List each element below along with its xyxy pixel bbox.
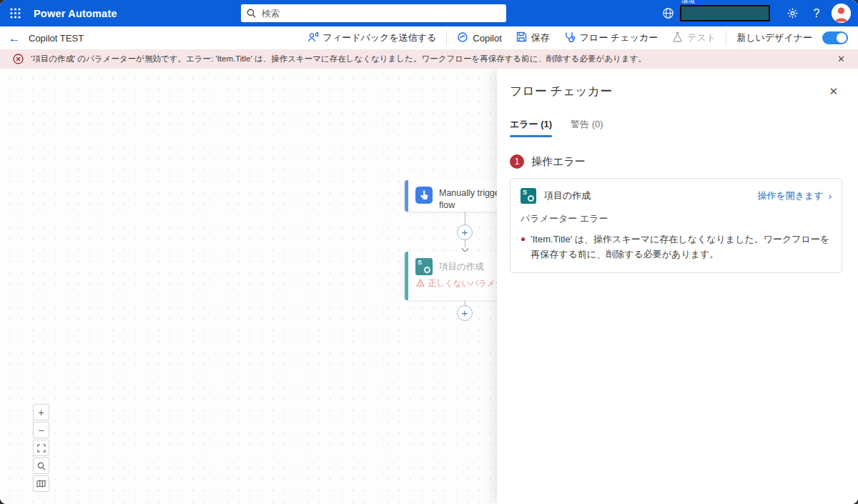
error-card-detail: ● 'Item.Title' は、操作スキーマに存在しなくなりました。ワークフロ… bbox=[521, 232, 832, 262]
flow-checker-panel: フロー チェッカー ✕ エラー (1) 警告 (0) 1 操作エラー S 項目の… bbox=[497, 69, 858, 504]
search-canvas-button[interactable] bbox=[33, 458, 49, 474]
app-window: Power Automate 環境 ? bbox=[0, 0, 858, 504]
minimap-button[interactable] bbox=[33, 475, 49, 492]
app-title[interactable]: Power Automate bbox=[34, 8, 117, 19]
zoom-out-button[interactable]: − bbox=[33, 422, 49, 438]
flow-checker-button[interactable]: フロー チェッカー bbox=[557, 26, 665, 49]
open-action-link[interactable]: 操作を開きます › bbox=[757, 189, 832, 202]
send-feedback-button[interactable]: フィードバックを送信する bbox=[300, 26, 444, 49]
toggle-knob bbox=[837, 33, 847, 43]
flow-canvas[interactable]: Manually trigger flow + S 項目の作成 正しくないパラメ… bbox=[0, 69, 858, 504]
panel-title: フロー チェッカー bbox=[510, 83, 612, 99]
flow-checker-icon bbox=[564, 31, 576, 45]
new-designer-control: 新しいデザイナー bbox=[729, 26, 852, 49]
flow-toolbar: ← Copilot TEST フィードバックを送信する Copilot 保存 bbox=[0, 26, 858, 49]
copilot-button[interactable]: Copilot bbox=[450, 26, 508, 49]
avatar[interactable] bbox=[832, 4, 851, 23]
new-designer-toggle[interactable] bbox=[822, 31, 848, 44]
error-card-action-title: 項目の作成 bbox=[544, 189, 749, 202]
manual-trigger-icon bbox=[415, 187, 433, 204]
environment-picker[interactable]: 環境 bbox=[680, 5, 770, 21]
chevron-right-icon: › bbox=[829, 191, 832, 202]
toolbar-divider bbox=[446, 31, 447, 45]
error-banner: '項目の作成' のパラメーターが無効です。エラー: 'Item.Title' は… bbox=[0, 49, 858, 69]
insert-step-button[interactable]: + bbox=[457, 224, 473, 240]
error-count-badge: 1 bbox=[510, 154, 524, 169]
back-button[interactable]: ← bbox=[0, 32, 29, 44]
toolbar-divider bbox=[726, 31, 726, 45]
warning-triangle-icon bbox=[416, 279, 425, 288]
tab-errors[interactable]: エラー (1) bbox=[510, 118, 552, 137]
settings-gear-icon[interactable] bbox=[780, 0, 804, 26]
search-input[interactable] bbox=[262, 9, 500, 19]
section-title: 操作エラー bbox=[531, 155, 586, 169]
panel-tabs: エラー (1) 警告 (0) bbox=[510, 118, 842, 137]
help-icon[interactable]: ? bbox=[804, 0, 829, 26]
tab-warnings[interactable]: 警告 (0) bbox=[571, 118, 603, 137]
app-launcher-icon[interactable] bbox=[2, 0, 28, 26]
sharepoint-icon: S bbox=[521, 188, 536, 204]
environment-label: 環境 bbox=[681, 0, 695, 6]
banner-close-icon[interactable]: ✕ bbox=[832, 54, 851, 64]
global-search[interactable] bbox=[241, 4, 506, 22]
error-circle-icon bbox=[13, 54, 24, 64]
banner-message: '項目の作成' のパラメーターが無効です。エラー: 'Item.Title' は… bbox=[31, 54, 832, 64]
copilot-icon bbox=[457, 31, 468, 45]
error-card: S 項目の作成 操作を開きます › パラメーター エラー ● 'Item.Tit… bbox=[510, 178, 842, 273]
top-app-bar: Power Automate 環境 ? bbox=[0, 0, 858, 26]
sharepoint-icon: S bbox=[415, 258, 433, 275]
search-icon bbox=[247, 9, 256, 18]
action-node-title: 項目の作成 bbox=[439, 261, 484, 273]
test-button: テスト bbox=[665, 26, 723, 49]
zoom-in-button[interactable]: + bbox=[33, 404, 49, 420]
insert-step-button[interactable]: + bbox=[457, 305, 473, 321]
test-beaker-icon bbox=[672, 31, 683, 44]
error-card-subtitle: パラメーター エラー bbox=[521, 212, 832, 225]
environment-value-redacted bbox=[680, 5, 770, 21]
panel-close-icon[interactable]: ✕ bbox=[824, 84, 842, 99]
fit-to-screen-button[interactable] bbox=[33, 440, 49, 456]
save-icon bbox=[516, 31, 527, 44]
environment-icon bbox=[662, 7, 674, 19]
bullet-icon: ● bbox=[521, 232, 526, 262]
feedback-icon bbox=[307, 31, 319, 45]
flow-name: Copilot TEST bbox=[29, 33, 84, 44]
save-button[interactable]: 保存 bbox=[509, 26, 557, 49]
canvas-zoom-controls: + − bbox=[33, 404, 49, 492]
